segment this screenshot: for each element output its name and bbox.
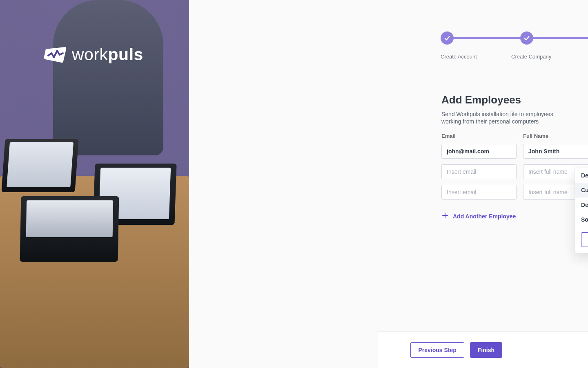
finish-button[interactable]: Finish — [470, 342, 502, 358]
employee-row: Insert email Insert full name Select tea… — [441, 185, 588, 200]
check-icon — [441, 31, 454, 45]
team-option[interactable]: Customer Support — [575, 183, 588, 197]
email-input[interactable]: john@mail.com — [441, 144, 517, 159]
left-marketing-panel: workpuls — [0, 0, 189, 368]
step-create-account: Create Account — [441, 31, 477, 60]
employee-row: john@mail.com John Smith Software Develo… — [441, 144, 588, 159]
email-input[interactable]: Insert email — [441, 185, 517, 200]
step-label: Create Account — [441, 54, 477, 60]
header-email: Email — [441, 133, 517, 139]
email-input[interactable]: Insert email — [441, 164, 517, 179]
add-another-label: Add Another Employee — [453, 213, 516, 220]
team-option[interactable]: Design — [575, 197, 588, 212]
previous-step-button[interactable]: Previous Step — [410, 342, 464, 358]
wizard-footer: Previous Step Finish — [378, 331, 588, 368]
page-header: Add Employees Send Workpuls installation… — [441, 94, 588, 125]
header-full-name: Full Name — [523, 133, 588, 139]
main-content: Create Account Create Company Settings 4… — [189, 0, 588, 368]
previous-step-label: Previous Step — [418, 347, 456, 353]
team-dropdown-footer: Create new team — [575, 227, 588, 253]
finish-label: Finish — [478, 347, 494, 353]
brand-logo: workpuls — [44, 45, 143, 64]
step-create-company: Create Company — [520, 31, 551, 60]
team-option[interactable]: Default team — [575, 168, 588, 183]
page-subtitle: Send Workpuls installation file to emplo… — [441, 110, 556, 125]
page-title: Add Employees — [441, 94, 556, 106]
brand-name: workpuls — [72, 45, 143, 64]
check-icon — [520, 31, 533, 45]
step-label: Create Company — [511, 54, 551, 60]
employee-row: Insert email Insert full name Select tea… — [441, 164, 588, 179]
full-name-input[interactable]: John Smith — [523, 144, 588, 159]
team-dropdown: Default team Customer Support Design Sof… — [575, 168, 588, 253]
employees-form: Email Full Name Team john@mail.com John … — [441, 133, 588, 220]
add-another-employee-button[interactable]: Add Another Employee — [441, 212, 588, 220]
create-new-team-button[interactable]: Create new team — [581, 232, 588, 247]
plus-icon — [441, 212, 449, 220]
logo-mark-icon — [44, 46, 67, 64]
column-headers: Email Full Name Team — [441, 133, 588, 139]
team-option[interactable]: Software Development — [575, 212, 588, 227]
